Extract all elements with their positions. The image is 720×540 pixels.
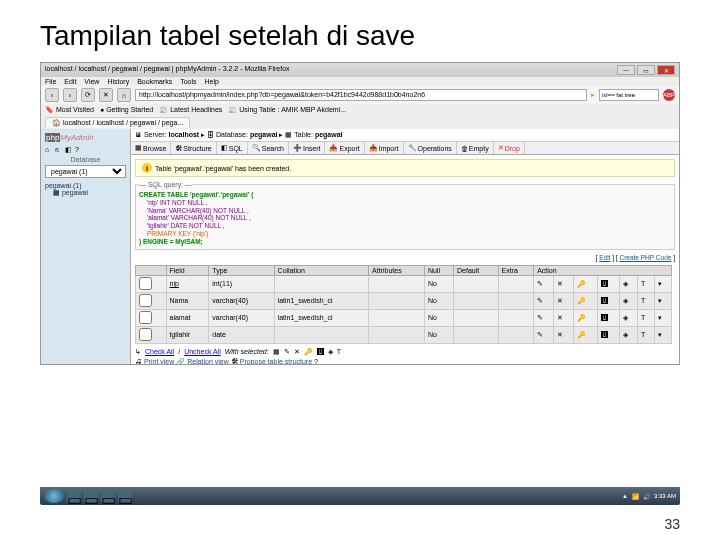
sel-primary-icon[interactable]: 🔑 xyxy=(304,348,313,356)
bookmark-getting-started[interactable]: ● Getting Started xyxy=(100,106,153,114)
docs-icon[interactable]: ? xyxy=(75,146,83,154)
propose-structure-link[interactable]: Propose table structure xyxy=(240,358,312,364)
menu-help[interactable]: Help xyxy=(205,78,219,85)
more-icon[interactable]: ▾ xyxy=(655,326,672,343)
index-icon[interactable]: ◈ xyxy=(619,326,637,343)
index-icon[interactable]: ◈ xyxy=(619,275,637,292)
drop-icon[interactable]: ✕ xyxy=(554,326,574,343)
create-php-link[interactable]: Create PHP Code xyxy=(619,254,671,261)
edit-icon[interactable]: ✎ xyxy=(534,326,554,343)
more-icon[interactable]: ▾ xyxy=(655,275,672,292)
sel-drop-icon[interactable]: ✕ xyxy=(294,348,300,356)
forward-button[interactable]: › xyxy=(63,88,77,102)
clock[interactable]: 3:33 AM xyxy=(654,493,676,499)
help-icon[interactable]: ? xyxy=(314,358,318,364)
db-link[interactable]: pegawai (1) xyxy=(45,182,82,189)
unique-icon[interactable]: 🆄 xyxy=(598,292,619,309)
tab-strip: 🏠 localhost / localhost / pegawai / pega… xyxy=(41,116,679,129)
edit-link[interactable]: Edit xyxy=(599,254,610,261)
sel-index-icon[interactable]: ◈ xyxy=(328,348,333,356)
more-icon[interactable]: ▾ xyxy=(655,292,672,309)
rss-icon[interactable]: ▸ xyxy=(591,91,595,99)
menu-view[interactable]: View xyxy=(84,78,99,85)
taskbar-item[interactable]: ▭ xyxy=(67,490,81,502)
unique-icon[interactable]: 🆄 xyxy=(598,275,619,292)
menu-file[interactable]: File xyxy=(45,78,56,85)
primary-icon[interactable]: 🔑 xyxy=(573,309,597,326)
primary-icon[interactable]: 🔑 xyxy=(573,292,597,309)
fulltext-icon[interactable]: T xyxy=(637,309,654,326)
primary-icon[interactable]: 🔑 xyxy=(573,326,597,343)
sql-icon[interactable]: ◧ xyxy=(65,146,73,154)
tab-structure[interactable]: 🛠Structure xyxy=(171,142,216,154)
menu-bookmarks[interactable]: Bookmarks xyxy=(137,78,172,85)
close-button[interactable]: ✕ xyxy=(657,65,675,75)
index-icon[interactable]: ◈ xyxy=(619,309,637,326)
home-button[interactable]: ⌂ xyxy=(117,88,131,102)
tray-icon[interactable]: ▲ xyxy=(622,493,628,499)
fulltext-icon[interactable]: T xyxy=(637,326,654,343)
database-select[interactable]: pegawai (1) xyxy=(45,165,126,178)
tab-insert[interactable]: ➕Insert xyxy=(289,142,326,154)
taskbar-item[interactable]: ▭ xyxy=(118,490,132,502)
edit-icon[interactable]: ✎ xyxy=(534,309,554,326)
primary-icon[interactable]: 🔑 xyxy=(573,275,597,292)
maximize-button[interactable]: ▭ xyxy=(637,65,655,75)
tab-browse[interactable]: ▦Browse xyxy=(131,142,171,154)
edit-icon[interactable]: ✎ xyxy=(534,292,554,309)
bookmark-latest-headlines[interactable]: 📰 Latest Headlines xyxy=(159,106,222,114)
browser-tab[interactable]: 🏠 localhost / localhost / pegawai / pega… xyxy=(45,117,190,128)
back-button[interactable]: ‹ xyxy=(45,88,59,102)
tab-import[interactable]: 📥Import xyxy=(365,142,404,154)
tab-search[interactable]: 🔍Search xyxy=(248,142,289,154)
fulltext-icon[interactable]: T xyxy=(637,292,654,309)
index-icon[interactable]: ◈ xyxy=(619,292,637,309)
drop-icon[interactable]: ✕ xyxy=(554,309,574,326)
home-icon[interactable]: ⌂ xyxy=(45,146,53,154)
menu-history[interactable]: History xyxy=(107,78,129,85)
uncheck-all-link[interactable]: Uncheck All xyxy=(184,348,221,355)
unique-icon[interactable]: 🆄 xyxy=(598,326,619,343)
print-view-link[interactable]: Print view xyxy=(144,358,174,364)
tab-sql[interactable]: ◧SQL xyxy=(217,142,248,154)
volume-icon[interactable]: 🔊 xyxy=(643,493,650,500)
tab-empty[interactable]: 🗑Empty xyxy=(457,142,494,154)
stop-button[interactable]: ✕ xyxy=(99,88,113,102)
sel-browse-icon[interactable]: ▦ xyxy=(273,348,280,356)
tab-operations[interactable]: 🔧Operations xyxy=(404,142,457,154)
bookmark-most-visited[interactable]: 🔖 Most Visited xyxy=(45,106,94,114)
unique-icon[interactable]: 🆄 xyxy=(598,309,619,326)
menu-edit[interactable]: Edit xyxy=(64,78,76,85)
sel-edit-icon[interactable]: ✎ xyxy=(284,348,290,356)
row-checkbox[interactable] xyxy=(139,277,152,290)
abp-icon[interactable]: ABP xyxy=(663,89,675,101)
sel-unique-icon[interactable]: 🆄 xyxy=(317,348,324,355)
tab-drop[interactable]: ✕Drop xyxy=(494,142,525,154)
drop-icon[interactable]: ✕ xyxy=(554,275,574,292)
row-checkbox[interactable] xyxy=(139,311,152,324)
search-box[interactable]: ixl== fat tree xyxy=(599,89,659,101)
drop-icon[interactable]: ✕ xyxy=(554,292,574,309)
fulltext-icon[interactable]: T xyxy=(637,275,654,292)
exit-icon[interactable]: ⎋ xyxy=(55,146,63,154)
row-checkbox[interactable] xyxy=(139,294,152,307)
relation-view-link[interactable]: Relation view xyxy=(187,358,229,364)
url-bar[interactable]: http://localhost/phpmyadmin/index.php?db… xyxy=(135,89,587,101)
taskbar-item[interactable]: ▭ xyxy=(101,490,115,502)
taskbar-item[interactable]: ▭ xyxy=(84,490,98,502)
network-icon[interactable]: 📶 xyxy=(632,493,639,500)
edit-icon[interactable]: ✎ xyxy=(534,275,554,292)
bookmark-using-table[interactable]: 📰 Using Table : AMIK MBP Akdemi... xyxy=(228,106,346,114)
reload-button[interactable]: ⟳ xyxy=(81,88,95,102)
sel-fulltext-icon[interactable]: T xyxy=(337,348,341,355)
check-all-link[interactable]: Check All xyxy=(145,348,174,355)
more-icon[interactable]: ▾ xyxy=(655,309,672,326)
minimize-button[interactable]: — xyxy=(617,65,635,75)
tab-export[interactable]: 📤Export xyxy=(325,142,364,154)
menu-tools[interactable]: Tools xyxy=(180,78,196,85)
table-link[interactable]: pegawai xyxy=(62,189,88,196)
row-checkbox[interactable] xyxy=(139,328,152,341)
view-links: 🖨 Print view 🔗 Relation view 🛠 Propose t… xyxy=(135,358,675,364)
start-button[interactable] xyxy=(44,489,64,503)
col-field: Field xyxy=(166,265,209,275)
